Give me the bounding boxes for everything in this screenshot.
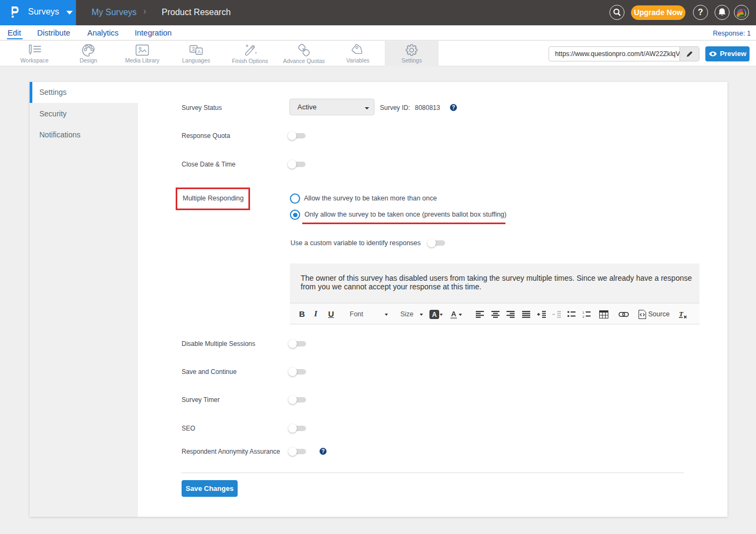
svg-text:A: A [451, 310, 456, 318]
svg-text:2: 2 [582, 315, 584, 318]
svg-text:1: 1 [582, 311, 584, 314]
svg-text:文: 文 [191, 46, 196, 52]
svg-text:A: A [197, 49, 200, 54]
svg-text:T: T [679, 310, 684, 318]
svg-text:A: A [432, 311, 437, 318]
